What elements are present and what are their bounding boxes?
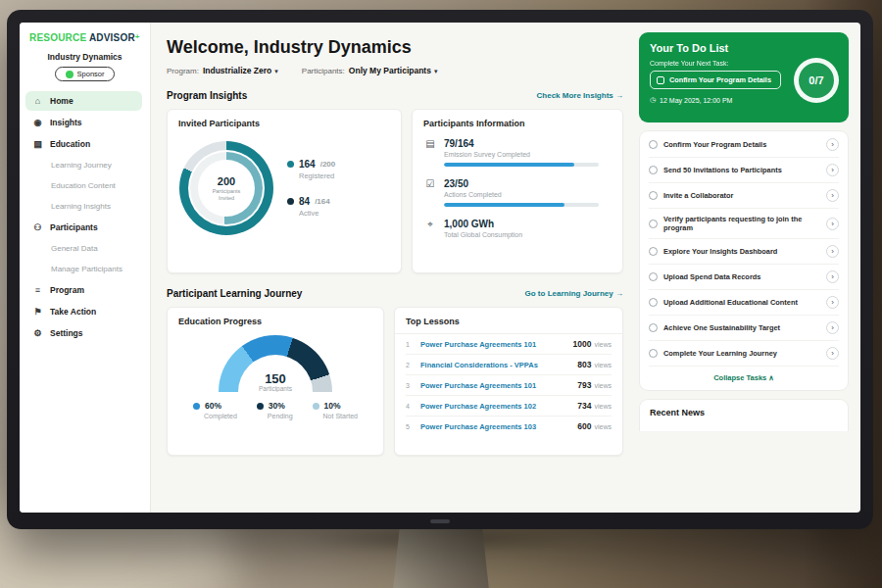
task-checkbox[interactable] bbox=[649, 298, 658, 307]
sidebar-item[interactable]: Education Content bbox=[25, 176, 142, 195]
lesson-views-count: 1000 bbox=[573, 339, 592, 349]
task-list: Confirm Your Program Details › Send 50 I… bbox=[649, 132, 839, 367]
sidebar-item-label: Home bbox=[50, 96, 74, 106]
sidebar-item[interactable]: General Data bbox=[25, 239, 142, 258]
page-title: Welcome, Industry Dynamics bbox=[167, 36, 623, 58]
sidebar-nav: ⌂ Home ◉ Insights ▤ Education bbox=[20, 91, 150, 343]
sidebar-item[interactable]: ▤ Education bbox=[25, 134, 142, 154]
program-filter[interactable]: Program:Industrialize Zero▾ bbox=[167, 66, 278, 75]
task-row[interactable]: Upload Additional Educational Content › bbox=[649, 290, 839, 316]
task-row[interactable]: Achieve One Sustainability Target › bbox=[649, 316, 839, 341]
stat-label: Emission Survey Completed bbox=[444, 151, 599, 158]
task-checkbox[interactable] bbox=[649, 272, 658, 281]
chevron-right-icon[interactable]: › bbox=[826, 189, 839, 202]
invited-participants-donut: 200 Participants Invited bbox=[179, 141, 273, 235]
legend-dot-icon bbox=[193, 403, 200, 410]
lesson-link[interactable]: Power Purchase Agreements 101 bbox=[420, 340, 566, 349]
stat-row: ☑ 23/50 Actions Completed bbox=[424, 178, 611, 207]
task-row[interactable]: Complete Your Learning Journey › bbox=[649, 341, 839, 367]
task-checkbox[interactable] bbox=[649, 247, 658, 256]
legend-label: Not Started bbox=[323, 413, 358, 419]
learning-journey-header: Participant Learning Journey Go to Learn… bbox=[167, 286, 623, 300]
participants-filter[interactable]: Participants:Only My Participants▾ bbox=[302, 66, 438, 75]
stat-icon: ⌖ bbox=[424, 219, 436, 238]
lesson-link[interactable]: Financial Considerations - VPPAs bbox=[420, 361, 570, 369]
sidebar-item-label: Learning Journey bbox=[51, 161, 112, 170]
gauge-legend-item: 30% Pending bbox=[257, 401, 293, 419]
task-label: Confirm Your Program Details bbox=[663, 140, 820, 149]
lesson-views-count: 793 bbox=[577, 380, 591, 390]
checkbox-icon[interactable] bbox=[657, 76, 664, 84]
sidebar-item[interactable]: ◉ Insights bbox=[25, 113, 142, 132]
progress-fill bbox=[444, 163, 574, 167]
chevron-right-icon[interactable]: › bbox=[826, 245, 839, 258]
lesson-link[interactable]: Power Purchase Agreements 102 bbox=[420, 402, 570, 411]
donut-center-label: Participants Invited bbox=[206, 188, 247, 202]
task-row[interactable]: Upload Spend Data Records › bbox=[649, 265, 839, 290]
task-row[interactable]: Verify participants requesting to join t… bbox=[649, 209, 839, 239]
lesson-row: 4 Power Purchase Agreements 102 734views bbox=[406, 396, 612, 416]
chevron-right-icon[interactable]: › bbox=[826, 138, 839, 151]
task-checkbox[interactable] bbox=[649, 191, 658, 200]
task-checkbox[interactable] bbox=[649, 140, 658, 149]
task-label: Upload Spend Data Records bbox=[663, 272, 820, 281]
go-to-learning-journey-link[interactable]: Go to Learning Journey → bbox=[525, 289, 623, 298]
next-task[interactable]: Confirm Your Program Details bbox=[650, 71, 781, 89]
chevron-right-icon[interactable]: › bbox=[826, 296, 839, 309]
chevron-down-icon: ▾ bbox=[434, 68, 438, 74]
task-row[interactable]: Explore Your Insights Dashboard › bbox=[649, 239, 839, 265]
stat-value: 1,000 GWh bbox=[444, 219, 522, 229]
monitor-bezel: RESOURCE ADVISOR+ Industry Dynamics Spon… bbox=[7, 10, 873, 529]
progress-bar bbox=[444, 203, 599, 207]
legend-value: 30% bbox=[269, 401, 285, 411]
lesson-link[interactable]: Power Purchase Agreements 103 bbox=[420, 422, 570, 431]
sidebar-item[interactable]: ⌂ Home bbox=[25, 91, 142, 111]
task-label: Achieve One Sustainability Target bbox=[663, 323, 820, 332]
task-checkbox[interactable] bbox=[649, 220, 658, 228]
task-checkbox[interactable] bbox=[649, 166, 658, 174]
lesson-link[interactable]: Power Purchase Agreements 101 bbox=[420, 381, 570, 390]
invited-participants-card: Invited Participants 200 Participants In… bbox=[167, 109, 402, 273]
task-label: Explore Your Insights Dashboard bbox=[663, 247, 820, 256]
legend-dot-icon bbox=[313, 403, 319, 410]
task-row[interactable]: Send 50 Invitations to Participants › bbox=[649, 158, 839, 183]
task-row[interactable]: Confirm Your Program Details › bbox=[649, 132, 839, 158]
chevron-right-icon[interactable]: › bbox=[826, 218, 839, 230]
sidebar-item[interactable]: ⚙ Settings bbox=[25, 323, 142, 343]
sidebar-item-icon: ⚑ bbox=[32, 307, 43, 317]
learning-cards-row: Education Progress 150 Participants bbox=[167, 307, 623, 456]
legend-value: 10% bbox=[324, 401, 341, 411]
stat-icon: ☑ bbox=[424, 178, 436, 207]
progress-bar bbox=[444, 163, 599, 167]
check-more-insights-link[interactable]: Check More Insights → bbox=[537, 91, 623, 100]
sidebar-item-icon: ≡ bbox=[32, 285, 43, 295]
task-checkbox[interactable] bbox=[649, 349, 658, 358]
lesson-views-label: views bbox=[594, 423, 612, 430]
task-row[interactable]: Invite a Collaborator › bbox=[649, 183, 839, 209]
chevron-up-icon: ∧ bbox=[768, 373, 774, 382]
chevron-right-icon[interactable]: › bbox=[826, 270, 839, 283]
sidebar-item-label: Participants bbox=[50, 222, 98, 232]
sidebar-item[interactable]: ⚇ Participants bbox=[25, 218, 142, 237]
sidebar-item[interactable]: ≡ Program bbox=[25, 280, 142, 300]
stats-list: ▤ 79/164 Emission Survey Completed ☑ bbox=[413, 128, 622, 238]
chevron-right-icon[interactable]: › bbox=[826, 347, 839, 360]
sidebar-item[interactable]: ⚑ Take Action bbox=[25, 302, 142, 321]
org-name: Industry Dynamics bbox=[20, 52, 150, 62]
chevron-right-icon[interactable]: › bbox=[826, 321, 839, 334]
lesson-views-count: 600 bbox=[577, 421, 591, 431]
sidebar-item[interactable]: Manage Participants bbox=[25, 260, 142, 278]
sidebar: RESOURCE ADVISOR+ Industry Dynamics Spon… bbox=[20, 23, 151, 513]
task-checkbox[interactable] bbox=[649, 323, 658, 332]
sidebar-item[interactable]: Learning Insights bbox=[25, 197, 142, 216]
lesson-views-label: views bbox=[594, 382, 612, 389]
lesson-rank: 3 bbox=[406, 382, 414, 389]
collapse-tasks-link[interactable]: Collapse Tasks ∧ bbox=[649, 367, 839, 388]
stat-value: 23/50 bbox=[444, 178, 599, 189]
participants-information-card: Participants Information ▤ 79/164 Emissi… bbox=[412, 109, 623, 273]
gauge-center-label: Participants bbox=[219, 385, 332, 392]
legend-value: 60% bbox=[205, 401, 221, 411]
monitor-stand bbox=[393, 527, 489, 588]
sidebar-item[interactable]: Learning Journey bbox=[25, 156, 142, 174]
chevron-right-icon[interactable]: › bbox=[826, 164, 839, 176]
